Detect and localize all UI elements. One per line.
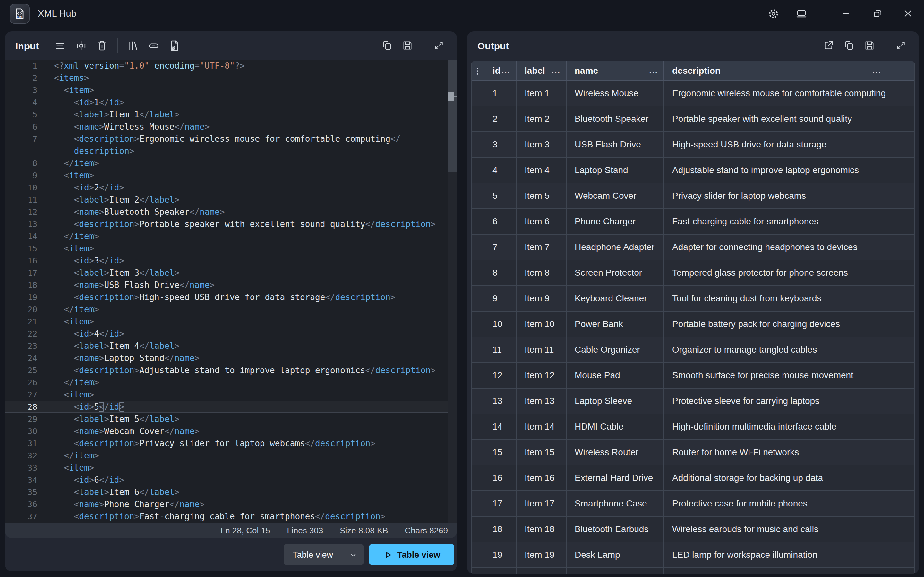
cell-label[interactable]: Item 3 (516, 131, 566, 157)
cell-description[interactable]: Protective case for mobile phones (664, 490, 887, 516)
code-line[interactable]: 32 </item> (5, 450, 457, 462)
column-menu-icon[interactable]: ... (501, 66, 510, 75)
cell-label[interactable]: Item 4 (516, 157, 566, 183)
table-row[interactable]: 2Item 2Bluetooth SpeakerPortable speaker… (472, 106, 915, 131)
xml-editor[interactable]: 1<?xml version="1.0" encoding="UTF-8"?>2… (5, 60, 457, 522)
delete-icon[interactable] (94, 37, 110, 54)
cell-name[interactable]: Power Bank (566, 311, 664, 337)
cell-description[interactable]: Wireless earbuds for music and calls (664, 516, 887, 542)
cell-name[interactable]: Smartphone Case (566, 490, 664, 516)
cell-id[interactable]: 2 (484, 106, 516, 131)
code-line[interactable]: 4 <id>1</id> (5, 96, 457, 108)
code-line[interactable]: 14 </item> (5, 230, 457, 242)
table-row[interactable]: 18Item 18Bluetooth EarbudsWireless earbu… (472, 516, 915, 542)
run-button[interactable]: Table view (369, 544, 454, 566)
code-line[interactable]: 29 <label>Item 5</label> (5, 413, 457, 425)
cell-label[interactable]: Item 14 (516, 414, 566, 439)
cell-label[interactable]: Item 11 (516, 337, 566, 362)
cell-label[interactable]: Item 16 (516, 465, 566, 490)
code-line[interactable]: 10 <id>2</id> (5, 181, 457, 193)
table-row[interactable]: 7Item 7Headphone AdapterAdapter for conn… (472, 234, 915, 259)
code-line[interactable]: 23 <label>Item 4</label> (5, 340, 457, 352)
cell-id[interactable]: 3 (484, 131, 516, 157)
code-line[interactable]: 35 <label>Item 6</label> (5, 486, 457, 498)
cell-id[interactable]: 15 (484, 439, 516, 465)
cell-name[interactable]: Laptop Stand (566, 157, 664, 183)
column-header-select[interactable]: ⋮ (472, 61, 484, 80)
table-row[interactable]: 1Item 1Wireless MouseErgonomic wireless … (472, 80, 915, 106)
code-line[interactable]: 16 <id>3</id> (5, 255, 457, 267)
expand-icon[interactable] (893, 37, 909, 54)
minify-icon[interactable] (73, 37, 89, 54)
code-line[interactable]: 7 <description>Ergonomic wireless mouse … (5, 133, 457, 145)
cell-name[interactable]: Headphone Adapter (566, 234, 664, 259)
code-line[interactable]: 36 <name>Phone Charger</name> (5, 498, 457, 510)
close-icon[interactable] (898, 4, 918, 23)
cell-id[interactable]: 12 (484, 362, 516, 388)
column-menu-icon[interactable]: ... (649, 66, 658, 75)
cell-name[interactable]: USB Flash Drive (566, 131, 664, 157)
cell-name[interactable]: HDMI Cable (566, 414, 664, 439)
cell-id[interactable]: 16 (484, 465, 516, 490)
view-mode-select[interactable]: Table view (284, 544, 364, 566)
cell-description[interactable]: Adjustable stand to improve laptop ergon… (664, 157, 887, 183)
code-line[interactable]: 1<?xml version="1.0" encoding="UTF-8"?> (5, 60, 457, 72)
cell-label[interactable]: Item 1 (516, 80, 566, 106)
cell-id[interactable]: 8 (484, 259, 516, 285)
cell-name[interactable]: Desk Lamp (566, 542, 664, 567)
cell-label[interactable]: Item 2 (516, 106, 566, 131)
code-line[interactable]: 8 </item> (5, 157, 457, 169)
settings-icon[interactable] (764, 4, 783, 23)
cell-label[interactable]: Item 19 (516, 542, 566, 567)
table-row[interactable]: 14Item 14HDMI CableHigh-definition multi… (472, 414, 915, 439)
table-row[interactable]: 9Item 9Keyboard CleanerTool for cleaning… (472, 285, 915, 311)
cell-name[interactable]: Bluetooth Speaker (566, 106, 664, 131)
expand-icon[interactable] (431, 37, 447, 54)
code-line[interactable]: 5 <label>Item 1</label> (5, 108, 457, 121)
cell-name[interactable]: External Hard Drive (566, 465, 664, 490)
cell-id[interactable]: 5 (484, 183, 516, 208)
cell-name[interactable]: Wireless Router (566, 439, 664, 465)
cell-description[interactable]: Router for home Wi-Fi networks (664, 439, 887, 465)
minimize-icon[interactable] (837, 4, 856, 23)
table-row[interactable]: 3Item 3USB Flash DriveHigh-speed USB dri… (472, 131, 915, 157)
cell-label[interactable]: Item 8 (516, 259, 566, 285)
code-line[interactable]: 30 <name>Webcam Cover</name> (5, 425, 457, 437)
code-line[interactable]: description> (5, 145, 457, 157)
cell-name[interactable]: Webcam Cover (566, 183, 664, 208)
export-icon[interactable] (820, 37, 837, 54)
code-line[interactable]: 18 <name>USB Flash Drive</name> (5, 279, 457, 291)
table-row[interactable]: 5Item 5Webcam CoverPrivacy slider for la… (472, 183, 915, 208)
code-line[interactable]: 6 <name>Wireless Mouse</name> (5, 121, 457, 133)
cell-label[interactable]: Item 18 (516, 516, 566, 542)
code-line[interactable]: 17 <label>Item 3</label> (5, 267, 457, 279)
cell-description[interactable]: Tool for cleaning dust from keyboards (664, 285, 887, 311)
cell-label[interactable]: Item 5 (516, 183, 566, 208)
code-line[interactable]: 19 <description>High-speed USB drive for… (5, 291, 457, 303)
load-file-icon[interactable] (166, 37, 183, 54)
cell-id[interactable]: 6 (484, 208, 516, 234)
code-line[interactable]: 34 <id>6</id> (5, 474, 457, 486)
cell-description[interactable]: Adapter for connecting headphones to dev… (664, 234, 887, 259)
cell-id[interactable]: 18 (484, 516, 516, 542)
code-line[interactable]: 13 <description>Portable speaker with ex… (5, 218, 457, 230)
copy-icon[interactable] (841, 37, 857, 54)
code-line[interactable]: 15 <item> (5, 242, 457, 255)
table-row[interactable]: 17Item 17Smartphone CaseProtective case … (472, 490, 915, 516)
cell-label[interactable]: Item 17 (516, 490, 566, 516)
cell-name[interactable]: Bluetooth Earbuds (566, 516, 664, 542)
cell-description[interactable]: Smooth surface for precise mouse movemen… (664, 362, 887, 388)
display-icon[interactable] (792, 4, 811, 23)
cell-name[interactable]: Screen Protector (566, 259, 664, 285)
code-line[interactable]: 22 <id>4</id> (5, 327, 457, 340)
cell-name[interactable]: Phone Charger (566, 208, 664, 234)
cell-description[interactable]: LED lamp for workspace illumination (664, 542, 887, 567)
table-row[interactable]: 6Item 6Phone ChargerFast-charging cable … (472, 208, 915, 234)
cell-description[interactable]: High-speed USB drive for data storage (664, 131, 887, 157)
cell-id[interactable]: 19 (484, 542, 516, 567)
cell-description[interactable]: Portable speaker with excellent sound qu… (664, 106, 887, 131)
code-line[interactable]: 26 </item> (5, 376, 457, 388)
cell-id[interactable]: 11 (484, 337, 516, 362)
cell-description[interactable]: Privacy slider for laptop webcams (664, 183, 887, 208)
code-line[interactable]: 11 <label>Item 2</label> (5, 193, 457, 206)
